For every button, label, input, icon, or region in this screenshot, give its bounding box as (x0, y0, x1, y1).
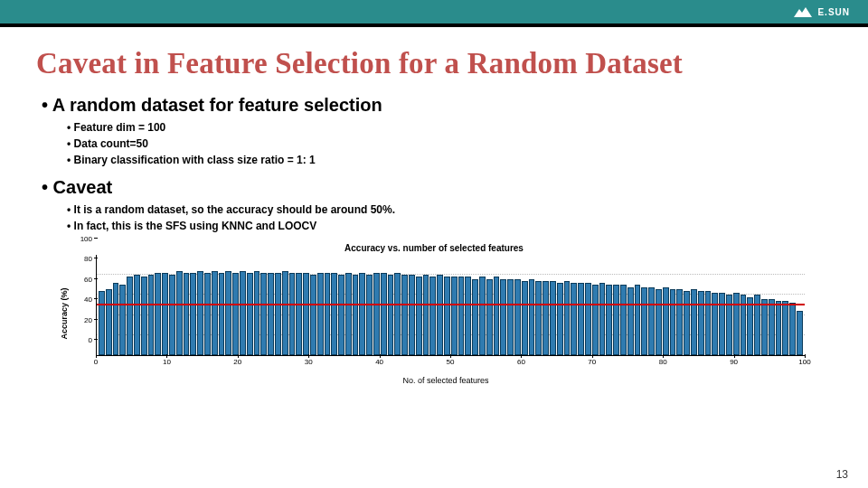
bar (571, 283, 577, 355)
bars (97, 255, 805, 355)
bar (119, 285, 126, 355)
mountain-icon (794, 6, 812, 17)
x-tick-label: 10 (163, 358, 171, 366)
bar (557, 283, 563, 355)
bullet-item: In fact, this is the SFS using KNNC and … (67, 218, 832, 234)
bullet-text: Caveat (53, 177, 113, 197)
bar (522, 281, 528, 355)
bar (176, 271, 183, 355)
x-tick-label: 90 (730, 358, 738, 366)
bar (606, 285, 612, 355)
bar (691, 289, 697, 355)
y-tick-label: 0 (89, 336, 92, 344)
bar (635, 285, 641, 355)
bar (190, 273, 196, 355)
x-tick-label: 70 (588, 358, 596, 366)
bar (388, 275, 394, 355)
bar (542, 281, 549, 355)
bar (219, 273, 225, 355)
y-tick-label: 60 (84, 275, 92, 283)
bar (776, 301, 782, 355)
bullet-text: A random dataset for feature selection (52, 95, 382, 115)
bar (719, 293, 725, 355)
bar (761, 299, 768, 355)
bar (472, 279, 478, 355)
page-number: 13 (836, 468, 848, 481)
bar (585, 283, 591, 355)
bar (529, 279, 535, 355)
x-tick-label: 60 (517, 358, 525, 366)
bar (429, 277, 436, 355)
bar (578, 283, 584, 355)
bar (162, 273, 168, 355)
bar (204, 273, 211, 355)
bar (409, 275, 415, 355)
bar (401, 275, 408, 355)
bar (676, 289, 683, 355)
bar (282, 271, 288, 355)
bar (184, 273, 190, 355)
bar (99, 291, 105, 355)
bar (303, 273, 309, 355)
content-area: Caveat in Feature Selection for a Random… (0, 27, 868, 372)
x-tick-label: 80 (659, 358, 667, 366)
bar (296, 273, 302, 355)
bar (514, 279, 521, 355)
bar (169, 275, 175, 355)
bar (648, 287, 655, 355)
bar (599, 283, 606, 355)
bar (705, 291, 712, 355)
bar (550, 281, 556, 355)
bar (113, 283, 119, 355)
bar (712, 293, 718, 355)
bar (134, 275, 140, 355)
bar (197, 271, 203, 355)
bar (613, 285, 619, 355)
y-ticks: 020406080100 (78, 255, 94, 356)
bullet-item: A random dataset for feature selection F… (42, 95, 832, 168)
bar (564, 281, 571, 355)
x-axis-label: No. of selected features (402, 376, 488, 385)
bar (416, 277, 422, 355)
topbar: E.SUN (0, 0, 868, 23)
bar (366, 275, 373, 355)
x-tick-label: 0 (94, 358, 98, 366)
bar (373, 273, 380, 355)
bar (254, 271, 260, 355)
bar (247, 273, 253, 355)
bar (500, 279, 506, 355)
bar (289, 273, 296, 355)
bar (141, 277, 147, 355)
bar (535, 281, 542, 355)
bar (359, 273, 365, 355)
bar (317, 273, 324, 355)
bar (106, 289, 112, 355)
bar (225, 271, 231, 355)
bar (747, 297, 753, 355)
bar (310, 275, 316, 355)
bar (268, 273, 274, 355)
y-tick-label: 40 (84, 296, 92, 304)
bar (507, 279, 514, 355)
y-tick-label: 20 (84, 315, 92, 324)
bar (260, 273, 267, 355)
bar (232, 273, 239, 355)
chart: Accuracy vs. number of selected features… (36, 243, 832, 372)
bar (782, 301, 788, 355)
bar (733, 293, 740, 355)
bar (381, 273, 387, 355)
y-tick-label: 80 (84, 255, 92, 263)
brand-name: E.SUN (817, 7, 850, 17)
bullet-item: Binary classification with class size ra… (67, 152, 832, 168)
bar (451, 277, 458, 355)
bar (627, 287, 634, 355)
bar (458, 277, 465, 355)
bullet-item: Caveat It is a random dataset, so the ac… (42, 177, 832, 234)
bar (148, 275, 155, 355)
page-title: Caveat in Feature Selection for a Random… (36, 47, 832, 80)
bar (494, 277, 500, 355)
bar (465, 277, 471, 355)
bar (789, 303, 796, 355)
bullet-level-1: A random dataset for feature selection F… (42, 95, 832, 234)
bar (275, 273, 281, 355)
